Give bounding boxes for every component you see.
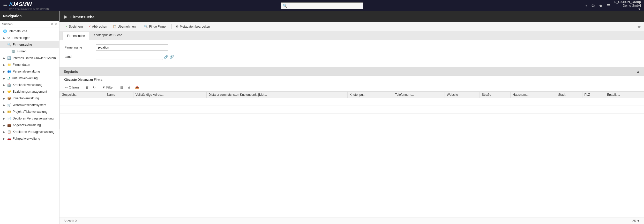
table-row [60,121,644,129]
find-button[interactable]: 🔍 Finde Firmen [141,24,170,29]
sidebar-item-einstellungen[interactable]: ▶ ⚙ Einstellungen [0,35,59,41]
filter-label: Filter [106,85,114,89]
hamburger-icon[interactable]: ☰ [3,3,7,9]
sidebar-item-kreditoren[interactable]: ▶ 📋 Kreditoren Vertragsverwaltung [0,129,59,135]
sidebar-item-internetsuche[interactable]: 🌐 Internetsuche [0,28,59,35]
table-filter-button[interactable]: ▼ Filter [101,85,115,90]
table-print-button[interactable]: 🖨 [126,85,132,90]
save-button[interactable]: ✓ Speichern [63,24,85,29]
land-input[interactable] [96,54,163,60]
sidebar-search-reset[interactable]: ✕ [54,22,57,26]
expand-arrow-icon: ▶ [3,104,5,107]
metadata-label: Metadaten bearbeiten [180,25,210,28]
link-icon-1[interactable]: 🔗 [164,55,168,59]
sidebar-item-firmensuche[interactable]: 🔍 Firmensuche [0,41,59,48]
table-edit-button[interactable]: ✏ Öffnen [64,85,80,90]
form-row-firmenname: Firmenname [65,44,639,51]
favorites-icon[interactable]: ★ [599,3,603,8]
sidebar-item-fuhrpark[interactable]: ▶ 🚗 Fuhrparkverwaltung [0,135,59,142]
sidebar-item-projekt[interactable]: ▶ 🎫 Projekt-/Ticketverwaltung [0,108,59,115]
col-erstellt[interactable]: Erstellt ... [605,92,644,98]
table-footer: Anzahl: 0 25 ▼ [59,218,644,224]
firmenname-input[interactable] [96,44,168,51]
col-telefon[interactable]: Telefonnum... [393,92,445,98]
sidebar-item-angebot[interactable]: ▶ 💼 Angebotsverwaltung [0,122,59,129]
cancel-button[interactable]: ✕ Abbrechen [86,24,110,29]
record-count: Anzahl: 0 [64,219,77,223]
collapse-button[interactable]: ▲ [636,69,640,74]
sidebar-item-crawler[interactable]: ▶ 🔄 Internes Daten Crawler System [0,55,59,61]
table-header-row: Gespeich... Name Vollständige Adres... D… [60,92,644,98]
sidebar-item-firmendaten[interactable]: ▶ 📁 Firmendaten [0,61,59,68]
print-icon: 🖨 [128,85,131,89]
land-label: Land [65,55,96,59]
home-icon[interactable]: ⌂ [585,3,587,8]
table-grid-button[interactable]: ▦ [119,85,125,90]
tab-knotenpunkte[interactable]: Knotenpunkte Suche [89,31,126,40]
table-export-button[interactable]: 📤 [133,85,141,90]
ticket-icon: 🎫 [7,110,11,114]
results-table: Gespeich... Name Vollständige Adres... D… [59,91,644,129]
col-stadt[interactable]: Stadt [556,92,582,98]
settings-icon[interactable]: ⚙ [591,3,595,8]
vacation-icon: 🏖 [7,76,10,80]
sidebar-item-waren[interactable]: ▶ 🛒 Warenwirtschaftssystem [0,102,59,108]
sidebar-item-label: Firmensuche [13,43,32,46]
col-website[interactable]: Website [445,92,480,98]
user-name: Demo GmbH ▼ [615,4,641,11]
delete-icon: 🗑 [85,85,89,89]
tab-firmensuche[interactable]: Firmensuche [63,32,89,40]
top-header: ☰ // JASMIN ERP-System powered by #IP-CA… [0,0,644,11]
firmenname-label: Firmenname [65,46,96,49]
offer-icon: 💼 [7,123,11,127]
settings-nav-icon: ⚙ [7,36,10,40]
col-name[interactable]: Name [105,92,133,98]
table-refresh-button[interactable]: ↻ [91,85,97,90]
sidebar-item-label: Kreditoren Vertragsverwaltung [13,130,54,134]
land-input-group: 🔗 🔗 [96,54,150,60]
menu-list-icon[interactable]: ☰ [607,3,610,8]
user-info[interactable]: P_CATION_Group Demo GmbH ▼ [615,0,641,11]
sidebar-item-label: Warenwirtschaftssystem [13,103,46,107]
link-icon-2[interactable]: 🔗 [169,55,174,59]
page-size-arrow: ▼ [637,219,640,223]
favorite-star-button[interactable]: ★ [637,24,641,29]
col-adresse[interactable]: Vollständige Adres... [133,92,206,98]
sidebar-item-beziehung[interactable]: ▶ 🤝 Beziehungsmanagement [0,88,59,95]
apply-button[interactable]: 📋 Übernehmen [110,24,138,29]
page-size-selector[interactable]: 25 ▼ [632,219,640,223]
logo-subtitle: ERP-System powered by #IP-CATION [9,8,49,10]
col-hausnummer[interactable]: Hausnum... [511,92,556,98]
table-toolbar-sep [117,85,117,90]
sidebar-item-krankheit[interactable]: ▶ 🏥 Krankheitsverwaltung [0,82,59,88]
sidebar: Navigation ✕ ✕ 🌐 Internetsuche ▶ ⚙ Einst… [0,11,59,224]
sidebar-item-debitoren[interactable]: ▶ 📄 Debitoren Vertragsverwaltung [0,115,59,122]
sidebar-search-clear[interactable]: ✕ [50,22,53,26]
building-icon: 🏢 [11,50,15,53]
col-distanz[interactable]: Distanz zum nächsten Knotenpunkt [Met... [206,92,347,98]
logo-wrap: // JASMIN ERP-System powered by #IP-CATI… [9,1,49,10]
main-layout: Navigation ✕ ✕ 🌐 Internetsuche ▶ ⚙ Einst… [0,11,644,224]
col-strasse[interactable]: Straße [480,92,511,98]
sidebar-item-firmen[interactable]: 🏢 Firmen [0,48,59,55]
sidebar-item-inventar[interactable]: ▶ 📦 Inventarverwaltung [0,95,59,102]
sidebar-item-personal[interactable]: ▶ 👥 Personalverwaltung [0,68,59,75]
col-plz[interactable]: PLZ [582,92,605,98]
sidebar-item-label: Krankheitsverwaltung [13,83,42,87]
results-title: Ergebnis [64,70,78,74]
sidebar-search-input[interactable] [2,22,49,26]
expand-arrow-icon: ▶ [3,124,5,127]
sidebar-item-label: Fuhrparkverwaltung [13,137,40,140]
expand-arrow-icon: ▶ [3,97,5,100]
col-gespeichert[interactable]: Gespeich... [60,92,105,98]
crawler-icon: 🔄 [7,56,11,60]
table-delete-button[interactable]: 🗑 [84,85,90,90]
refresh-icon: ↻ [93,85,96,89]
expand-arrow-icon: ▶ [3,90,5,93]
sidebar-search-bar: ✕ ✕ [0,21,59,28]
sidebar-item-label: Einstellungen [12,36,30,40]
metadata-button[interactable]: ⚙ Metadaten bearbeiten [173,24,213,29]
global-search-input[interactable] [281,2,363,9]
col-knotenpunkt[interactable]: Knotenpu... [347,92,393,98]
sidebar-item-urlaub[interactable]: ▶ 🏖 Urlaubsverwaltung [0,75,59,82]
